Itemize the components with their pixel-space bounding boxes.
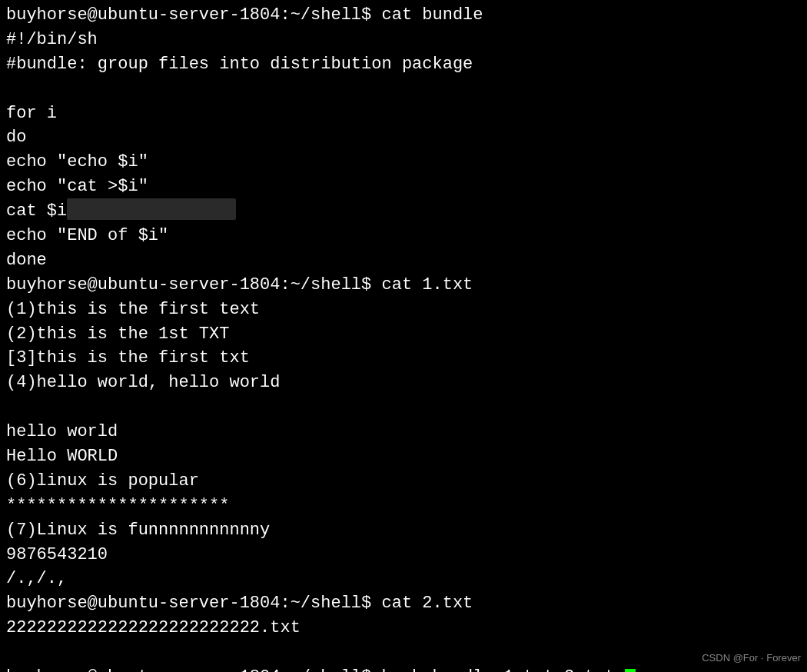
terminal-line: (1)this is the first text	[6, 298, 801, 322]
terminal-line: (2)this is the 1st TXT	[6, 322, 801, 347]
terminal-line: buyhorse@ubuntu-server-1804:~/shell$ bas…	[6, 665, 801, 672]
terminal-line: buyhorse@ubuntu-server-1804:~/shell$ cat…	[6, 591, 801, 616]
terminal-line: #!/bin/sh	[6, 28, 801, 52]
terminal-line: for i	[6, 101, 801, 126]
terminal-line: done	[6, 248, 801, 273]
terminal-line: (7)Linux is funnnnnnnnnnny	[6, 518, 801, 543]
terminal-line: #bundle: group files into distribution p…	[6, 52, 801, 77]
terminal-cursor	[625, 669, 636, 672]
terminal-line: [3]this is the first txt	[6, 346, 801, 371]
terminal-line: cat $i	[6, 199, 801, 224]
terminal-line: buyhorse@ubuntu-server-1804:~/shell$ cat…	[6, 3, 801, 28]
terminal-line: echo "END of $i"	[6, 224, 801, 248]
terminal-line: 2222222222222222222222222.txt	[6, 616, 801, 640]
terminal-line: echo "cat >$i"	[6, 175, 801, 199]
redacted-block	[67, 198, 236, 220]
terminal-line: Hello WORLD	[6, 444, 801, 469]
terminal-line	[6, 77, 801, 101]
terminal-line: /.,/.,	[6, 567, 801, 591]
terminal-line: **********************	[6, 494, 801, 518]
watermark: CSDN @For · Forever	[702, 651, 801, 666]
terminal-line: (6)linux is popular	[6, 469, 801, 494]
terminal-line: do	[6, 125, 801, 150]
terminal-line: hello world	[6, 420, 801, 444]
terminal-line: 9876543210	[6, 543, 801, 567]
terminal-line: echo "echo $i"	[6, 150, 801, 175]
terminal-line	[6, 640, 801, 665]
terminal-line: buyhorse@ubuntu-server-1804:~/shell$ cat…	[6, 273, 801, 298]
terminal-line	[6, 395, 801, 420]
terminal-line: (4)hello world, hello world	[6, 371, 801, 395]
terminal-window: buyhorse@ubuntu-server-1804:~/shell$ cat…	[0, 0, 807, 672]
